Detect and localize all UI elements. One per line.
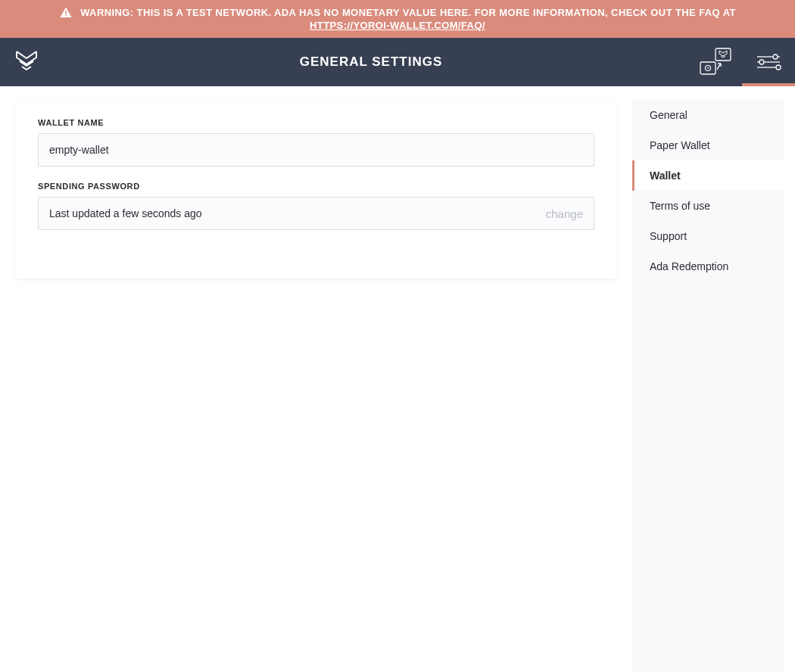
- svg-point-9: [759, 60, 764, 64]
- sidebar-item-label: Support: [650, 230, 687, 242]
- app-header: GENERAL SETTINGS: [0, 38, 795, 86]
- yoroi-logo-icon: [15, 50, 38, 74]
- test-network-warning-banner: WARNING: THIS IS A TEST NETWORK. ADA HAS…: [0, 0, 795, 38]
- faq-link[interactable]: HTTPS://YOROI-WALLET.COM/FAQ/: [310, 20, 485, 31]
- wallet-name-label: WALLET NAME: [38, 118, 594, 127]
- sidebar-item-wallet[interactable]: Wallet: [632, 160, 784, 191]
- settings-sidebar: General Paper Wallet Wallet Terms of use…: [632, 100, 784, 672]
- svg-rect-2: [716, 48, 731, 61]
- sidebar-item-terms-of-use[interactable]: Terms of use: [632, 191, 784, 221]
- content-area: WALLET NAME SPENDING PASSWORD Last updat…: [0, 86, 795, 672]
- sidebar-item-label: General: [650, 109, 687, 121]
- spending-password-label: SPENDING PASSWORD: [38, 182, 594, 191]
- svg-rect-1: [65, 14, 67, 16]
- spending-password-status: Last updated a few seconds ago: [49, 207, 202, 219]
- sidebar-item-label: Ada Redemption: [650, 260, 728, 272]
- sidebar-item-paper-wallet[interactable]: Paper Wallet: [632, 130, 784, 160]
- sidebar-item-support[interactable]: Support: [632, 221, 784, 251]
- settings-nav-button[interactable]: [742, 38, 795, 86]
- sidebar-item-label: Terms of use: [650, 200, 710, 212]
- logo-button[interactable]: [0, 38, 53, 86]
- page-title: GENERAL SETTINGS: [53, 38, 689, 86]
- sidebar-item-ada-redemption[interactable]: Ada Redemption: [632, 251, 784, 282]
- change-password-button[interactable]: change: [546, 207, 583, 220]
- wallets-nav-button[interactable]: [689, 38, 742, 86]
- warning-triangle-icon: [59, 6, 73, 20]
- settings-sliders-icon: [756, 53, 781, 71]
- wallets-stack-icon: [699, 47, 732, 77]
- wallet-name-field-group: WALLET NAME: [38, 118, 594, 166]
- spending-password-row: Last updated a few seconds ago change: [38, 197, 594, 230]
- svg-point-11: [776, 65, 781, 70]
- wallet-settings-panel: WALLET NAME SPENDING PASSWORD Last updat…: [15, 100, 617, 278]
- sidebar-item-label: Wallet: [650, 170, 681, 182]
- svg-rect-0: [65, 11, 67, 14]
- svg-point-7: [773, 54, 778, 59]
- warning-text: WARNING: THIS IS A TEST NETWORK. ADA HAS…: [80, 7, 736, 18]
- wallet-name-input[interactable]: [38, 133, 594, 166]
- spending-password-field-group: SPENDING PASSWORD Last updated a few sec…: [38, 182, 594, 230]
- sidebar-item-label: Paper Wallet: [650, 139, 710, 151]
- svg-point-5: [707, 67, 709, 69]
- sidebar-item-general[interactable]: General: [632, 100, 784, 130]
